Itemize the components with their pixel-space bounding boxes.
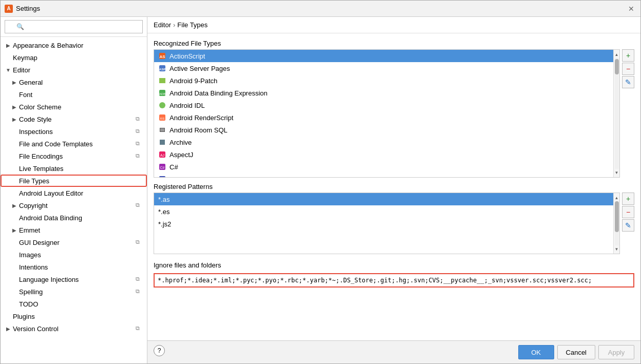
patterns-list[interactable]: *.as *.es *.js2 xyxy=(154,193,613,254)
remove-file-type-button[interactable]: − xyxy=(622,63,634,75)
scroll-up[interactable]: ▲ xyxy=(614,51,619,58)
list-item-label: AspectJ xyxy=(169,151,193,159)
add-file-type-button[interactable]: + xyxy=(622,49,634,62)
sidebar-label: Code Style xyxy=(19,116,52,123)
svg-text:RS: RS xyxy=(160,117,164,120)
patterns-scrollbar[interactable]: ▲ ▼ xyxy=(613,193,619,254)
scroll-down[interactable]: ▼ xyxy=(614,245,619,253)
scroll-up[interactable]: ▲ xyxy=(614,194,619,201)
sidebar-label: GUI Designer xyxy=(19,239,60,246)
copy-icon: ⧉ xyxy=(136,325,143,332)
edit-pattern-button[interactable]: ✎ xyxy=(622,219,634,232)
ok-button[interactable]: OK xyxy=(518,345,554,359)
sidebar-item-file-types[interactable]: File Types xyxy=(1,175,147,187)
list-item[interactable]: AJ AspectJ xyxy=(154,148,613,161)
scroll-down[interactable]: ▼ xyxy=(614,169,619,176)
sidebar-item-live-templates[interactable]: Live Templates xyxy=(1,162,147,175)
file-type-icon: C++ xyxy=(158,175,166,177)
sidebar-item-color-scheme[interactable]: Color Scheme xyxy=(1,101,147,113)
sidebar-label: Font xyxy=(19,91,32,99)
file-types-actions: + − ✎ xyxy=(622,49,634,178)
sidebar-item-copyright[interactable]: Copyright ⧉ xyxy=(1,199,147,212)
edit-file-type-button[interactable]: ✎ xyxy=(622,76,634,88)
recognized-section: Recognized File Types AS ActionScript xyxy=(154,40,634,178)
list-item[interactable]: Archive xyxy=(154,136,613,148)
list-item[interactable]: Android IDL xyxy=(154,99,613,111)
ignore-input[interactable] xyxy=(154,273,634,288)
settings-tree: Appearance & Behavior Keymap Editor Gene… xyxy=(1,37,147,363)
cancel-button[interactable]: Cancel xyxy=(557,345,595,359)
list-item[interactable]: Android Room SQL xyxy=(154,124,613,136)
right-panel: Editor › File Types Recognized File Type… xyxy=(147,17,640,363)
svg-rect-11 xyxy=(160,128,164,131)
scroll-thumb xyxy=(615,201,619,232)
expand-arrow xyxy=(5,66,12,73)
sidebar-item-general[interactable]: General xyxy=(1,76,147,88)
svg-point-7 xyxy=(159,102,165,108)
list-item[interactable]: AS ActionScript xyxy=(154,50,613,62)
sidebar-item-file-encodings[interactable]: File Encodings ⧉ xyxy=(1,150,147,162)
sidebar-item-intentions[interactable]: Intentions xyxy=(1,261,147,273)
file-type-icon: ASP xyxy=(158,64,166,72)
add-pattern-button[interactable]: + xyxy=(622,193,634,205)
sidebar-label: TODO xyxy=(19,300,38,308)
list-item-label: Active Server Pages xyxy=(169,65,230,72)
file-type-icon xyxy=(158,101,166,109)
sidebar-label: Language Injections xyxy=(19,276,79,283)
sidebar-item-editor[interactable]: Editor xyxy=(1,64,147,76)
list-item[interactable]: ASP Active Server Pages xyxy=(154,62,613,74)
list-item[interactable]: *.as xyxy=(154,193,613,205)
sidebar-item-android-layout-editor[interactable]: Android Layout Editor xyxy=(1,187,147,199)
search-box: 🔍 xyxy=(1,17,147,37)
svg-text:ASP: ASP xyxy=(159,68,165,71)
sidebar-label: Emmet xyxy=(19,226,40,234)
sidebar-item-keymap[interactable]: Keymap xyxy=(1,51,147,64)
list-item[interactable]: RS Android RenderScript xyxy=(154,111,613,124)
file-type-icon xyxy=(158,138,166,146)
svg-text:C#: C# xyxy=(160,166,165,169)
sidebar-item-inspections[interactable]: Inspections ⧉ xyxy=(1,125,147,138)
expand-arrow xyxy=(11,79,18,86)
search-input[interactable] xyxy=(5,20,143,33)
file-type-icon xyxy=(158,76,166,85)
copy-icon: ⧉ xyxy=(136,202,143,209)
content-area: Recognized File Types AS ActionScript xyxy=(147,33,640,340)
sidebar-item-emmet[interactable]: Emmet xyxy=(1,224,147,236)
list-item[interactable]: *.js2 xyxy=(154,218,613,230)
close-button[interactable]: ✕ xyxy=(626,4,636,14)
sidebar-item-android-data-binding[interactable]: Android Data Binding xyxy=(1,212,147,224)
list-item-label: C# xyxy=(169,163,178,171)
sidebar-item-gui-designer[interactable]: GUI Designer ⧉ xyxy=(1,236,147,248)
sidebar-item-code-style[interactable]: Code Style ⧉ xyxy=(1,113,147,125)
list-item-label: Android IDL xyxy=(169,102,205,109)
breadcrumb-parent: Editor xyxy=(154,21,171,29)
file-types-list[interactable]: AS ActionScript ASP Active Server Pages xyxy=(154,50,613,177)
sidebar-item-plugins[interactable]: Plugins xyxy=(1,310,147,322)
file-types-scrollbar[interactable]: ▲ ▼ xyxy=(613,50,619,177)
help-button[interactable]: ? xyxy=(154,345,165,356)
sidebar-item-spelling[interactable]: Spelling ⧉ xyxy=(1,285,147,298)
sidebar-item-language-injections[interactable]: Language Injections ⧉ xyxy=(1,273,147,285)
sidebar-label: Android Data Binding xyxy=(19,214,82,222)
svg-text:AS: AS xyxy=(159,54,165,59)
sidebar-item-version-control[interactable]: Version Control ⧉ xyxy=(1,322,147,335)
list-item[interactable]: *.es xyxy=(154,205,613,218)
sidebar-label: Inspections xyxy=(19,128,53,136)
apply-button[interactable]: Apply xyxy=(598,345,634,359)
list-item[interactable]: Android 9-Patch xyxy=(154,74,613,87)
sidebar-item-file-code-templates[interactable]: File and Code Templates ⧉ xyxy=(1,138,147,150)
sidebar-label: Copyright xyxy=(19,202,48,209)
sidebar-item-images[interactable]: Images xyxy=(1,248,147,261)
copy-icon: ⧉ xyxy=(136,140,143,147)
svg-text:ADB: ADB xyxy=(159,92,165,95)
sidebar-item-appearance[interactable]: Appearance & Behavior xyxy=(1,39,147,51)
copy-icon: ⧉ xyxy=(136,116,143,123)
list-item[interactable]: ADB Android Data Binding Expression xyxy=(154,87,613,99)
list-item[interactable]: C# C# xyxy=(154,161,613,173)
list-item[interactable]: C++ C/C++ xyxy=(154,173,613,177)
remove-pattern-button[interactable]: − xyxy=(622,206,634,218)
sidebar-label: Android Layout Editor xyxy=(19,189,83,197)
sidebar-item-todo[interactable]: TODO xyxy=(1,298,147,310)
list-item-label: ActionScript xyxy=(169,52,205,60)
sidebar-item-font[interactable]: Font xyxy=(1,88,147,101)
